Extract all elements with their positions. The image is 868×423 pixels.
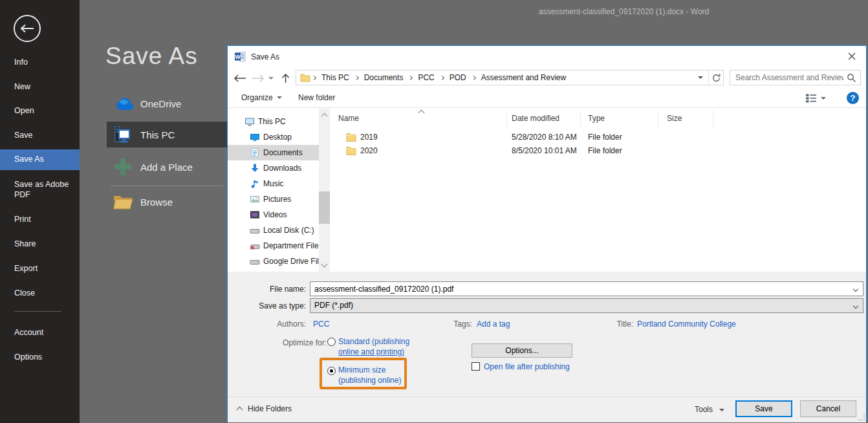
sidebar-item-open[interactable]: Open (0, 105, 80, 116)
chevron-up-icon[interactable] (237, 407, 243, 413)
organize-menu[interactable]: Organize (241, 93, 282, 102)
tree-item-label: Local Disk (C:) (263, 226, 314, 235)
nav-back-button[interactable] (233, 71, 247, 85)
sidebar-item-save-as[interactable]: Save As (0, 149, 80, 170)
close-icon[interactable] (841, 48, 863, 65)
tree-scrollbar[interactable] (319, 109, 330, 272)
column-header-type[interactable]: Type (588, 114, 605, 123)
radio-standard-label-line2[interactable]: online and printing) (338, 347, 404, 356)
save-as-type-select[interactable]: PDF (*.pdf) (310, 298, 863, 313)
column-header-date-modified[interactable]: Date modified (512, 114, 559, 123)
column-header-size[interactable]: Size (667, 114, 682, 123)
place-add-a-place[interactable]: Add a Place (107, 154, 227, 180)
tree-item-documents[interactable]: Documents (228, 145, 319, 160)
backstage-sidebar: Info New Open Save Save As Save as Adobe… (0, 0, 80, 423)
tools-menu[interactable]: Tools (695, 405, 713, 414)
radio-standard-label-line1[interactable]: Standard (publishing (338, 337, 409, 346)
place-onedrive[interactable]: OneDrive (107, 91, 227, 116)
sidebar-item-account[interactable]: Account (0, 327, 80, 338)
scroll-up-icon[interactable] (321, 113, 328, 120)
place-browse[interactable]: Browse (107, 189, 227, 215)
column-separator[interactable] (658, 110, 658, 127)
tree-item-music[interactable]: Music (228, 176, 319, 191)
sidebar-item-print[interactable]: Print (0, 214, 80, 224)
tree-item-downloads[interactable]: Downloads (228, 160, 319, 176)
radio-standard[interactable] (327, 338, 336, 346)
sidebar-item-export[interactable]: Export (0, 263, 80, 274)
dialog-titlebar: W Save As (228, 46, 866, 67)
back-button[interactable] (14, 15, 41, 42)
place-this-pc[interactable]: This PC (107, 122, 227, 147)
sidebar-item-label: New (14, 82, 30, 91)
breadcrumb-documents[interactable]: Documents (360, 73, 407, 82)
sidebar-divider (14, 311, 61, 312)
column-separator[interactable] (506, 110, 507, 127)
tree-item-local-disk-c[interactable]: Local Disk (C:) (228, 222, 319, 238)
add-a-tag-link[interactable]: Add a tag (477, 320, 510, 329)
optimize-for-label: Optimize for: (228, 338, 327, 347)
title-value-link[interactable]: Portland Community College (637, 320, 736, 329)
save-as-type-value: PDF (*.pdf) (314, 301, 353, 310)
breadcrumb-pcc[interactable]: PCC (414, 73, 438, 82)
breadcrumb-separator (408, 75, 413, 80)
breadcrumb-assessment-and-review[interactable]: Assessment and Review (477, 73, 570, 82)
tree-item-desktop[interactable]: Desktop (228, 129, 319, 145)
documents-icon (250, 147, 260, 158)
search-input[interactable] (730, 70, 860, 85)
sidebar-item-label: Save (14, 131, 33, 140)
tree-item-this-pc[interactable]: This PC (228, 114, 319, 129)
address-dropdown-icon[interactable] (698, 76, 703, 79)
tree-item-label: Desktop (263, 133, 292, 142)
column-separator[interactable] (580, 110, 581, 127)
save-button[interactable]: Save (735, 400, 792, 417)
tree-item-videos[interactable]: Videos (228, 207, 319, 222)
sort-ascending-icon[interactable] (418, 110, 425, 116)
tags-label: Tags: (428, 320, 472, 329)
options-button[interactable]: Options... (472, 343, 572, 358)
breadcrumb-this-pc[interactable]: This PC (318, 73, 353, 82)
open-file-after-publishing-checkbox[interactable] (472, 362, 480, 371)
place-label: Browse (140, 197, 173, 208)
cancel-button[interactable]: Cancel (800, 400, 856, 417)
chevron-down-icon[interactable] (719, 409, 724, 411)
scroll-down-icon[interactable] (321, 261, 328, 268)
column-separator[interactable] (713, 110, 713, 127)
radio-minimum-size[interactable] (327, 367, 336, 375)
tree-item-pictures[interactable]: Pictures (228, 191, 319, 207)
chevron-down-icon (268, 77, 274, 80)
breadcrumb-pod[interactable]: POD (446, 73, 470, 82)
sidebar-item-options[interactable]: Options (0, 352, 80, 362)
sidebar-item-save[interactable]: Save (0, 130, 80, 140)
resize-grip[interactable] (858, 414, 865, 420)
new-folder-button[interactable]: New folder (298, 93, 335, 102)
tree-item-department-file[interactable]: Department File (228, 238, 319, 254)
views-button[interactable] (805, 94, 826, 103)
sidebar-item-close[interactable]: Close (0, 288, 80, 298)
breadcrumb-separator (472, 75, 476, 80)
file-row-2020[interactable]: 2020 8/5/2020 10:01 AM File folder (330, 144, 866, 158)
radio-minimum-label-line1[interactable]: Minimum size (338, 365, 385, 374)
hide-folders-button[interactable]: Hide Folders (248, 404, 292, 413)
svg-text:W: W (235, 54, 241, 60)
refresh-icon[interactable] (709, 70, 723, 85)
column-header-name[interactable]: Name (338, 114, 359, 123)
search-box (730, 70, 861, 85)
scrollbar-thumb[interactable] (319, 191, 330, 224)
tree-item-google-drive-file[interactable]: Google Drive File (228, 254, 319, 269)
nav-recent-dropdown[interactable] (266, 71, 276, 85)
sidebar-item-info[interactable]: Info (0, 57, 80, 67)
nav-up-button[interactable] (278, 71, 292, 85)
help-icon[interactable]: ? (847, 92, 859, 104)
sidebar-item-share[interactable]: Share (0, 239, 80, 249)
authors-value-link[interactable]: PCC (313, 320, 329, 329)
open-file-after-publishing-label[interactable]: Open file after publishing (484, 362, 570, 371)
radio-minimum-label-line2[interactable]: (publishing online) (338, 376, 401, 385)
address-bar[interactable]: This PC Documents PCC POD Assessment and… (296, 70, 724, 85)
file-row-2019[interactable]: 2019 5/28/2020 8:10 AM File folder (330, 131, 866, 144)
folder-icon (346, 133, 356, 142)
file-type: File folder (588, 133, 622, 142)
nav-forward-button[interactable] (251, 71, 265, 85)
sidebar-item-save-as-adobe-pdf[interactable]: Save as Adobe PDF (0, 179, 80, 200)
file-name-input[interactable] (310, 282, 863, 296)
sidebar-item-new[interactable]: New (0, 81, 80, 92)
